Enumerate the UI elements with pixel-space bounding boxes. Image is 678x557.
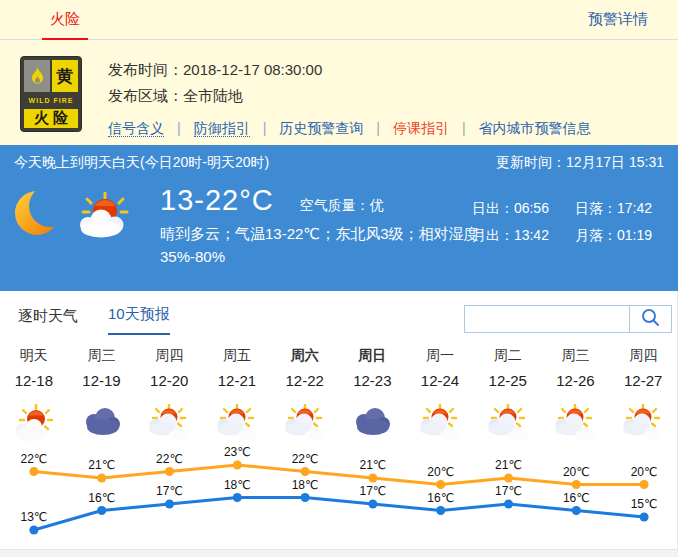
temp-point-label: 22℃ (292, 452, 319, 466)
weather-description: 晴到多云；气温13-22℃；东北风3级；相对湿度35%-80% (160, 222, 498, 269)
forecast-day-column[interactable]: 周五12-21 (203, 345, 271, 447)
temp-point (29, 467, 38, 476)
alert-tab-bar: 火险 预警详情 (0, 0, 678, 40)
sun-clouds-icon (552, 404, 598, 444)
search-icon (641, 308, 660, 330)
cloud-icon (79, 404, 125, 444)
sun-cloud-icon (0, 401, 68, 447)
sun-behind-cloud-icon (74, 192, 132, 242)
temp-point (165, 467, 174, 476)
temp-point-label: 22℃ (20, 452, 47, 466)
forecast-date: 12-21 (203, 371, 271, 391)
link-separator: | (263, 120, 267, 136)
temp-point (301, 493, 310, 502)
forecast-day-column[interactable]: 周二12-25 (474, 345, 542, 447)
forecast-day-column[interactable]: 周三12-19 (68, 345, 136, 447)
forecast-day-name: 周一 (406, 345, 474, 365)
partly-cloudy-icon (609, 401, 677, 447)
sun-clouds-icon (485, 404, 531, 444)
tab-10day-forecast[interactable]: 10天预报 (108, 305, 170, 335)
alert-link[interactable]: 停课指引 (393, 120, 449, 136)
forecast-day-name: 周四 (609, 345, 677, 365)
forecast-section: 逐时天气 10天预报 明天12-18周三12-19周四12-20周五12-21周… (0, 291, 678, 557)
temp-point-label: 20℃ (427, 465, 454, 479)
forecast-day-name: 周四 (135, 345, 203, 365)
temp-point (640, 480, 649, 489)
temp-point (572, 506, 581, 515)
tab-fire-risk[interactable]: 火险 (42, 0, 88, 40)
sun-moon-times: 日出：06:56 日落：17:42 月出：13:42 月落：01:19 (472, 200, 652, 245)
flame-icon (24, 60, 50, 92)
temp-point (233, 493, 242, 502)
alert-detail-link[interactable]: 预警详情 (588, 0, 648, 39)
link-separator: | (462, 120, 466, 136)
cloudy-icon (68, 401, 136, 447)
partly-cloudy-icon (542, 401, 610, 447)
forecast-day-column[interactable]: 周四12-27 (609, 345, 677, 447)
temp-point-label: 22℃ (156, 452, 183, 466)
forecast-day-name: 明天 (0, 345, 68, 365)
alert-link[interactable]: 省内城市预警信息 (479, 120, 591, 136)
forecast-date: 12-23 (338, 371, 406, 391)
alert-link[interactable]: 信号含义 (108, 120, 164, 137)
update-time: 更新时间：12月17日 15:31 (496, 154, 664, 172)
temp-point (504, 474, 513, 483)
moonset-time: 月落：01:19 (575, 227, 652, 245)
badge-level-char: 黄 (52, 60, 78, 92)
bottom-divider-band (0, 549, 678, 557)
temp-series-line (34, 465, 644, 485)
temp-point-label: 23℃ (224, 447, 251, 459)
tab-hourly-weather[interactable]: 逐时天气 (18, 307, 78, 335)
forecast-day-name: 周六 (271, 345, 339, 365)
publish-area-value: 全市陆地 (183, 87, 243, 104)
temp-point (572, 480, 581, 489)
forecast-day-name: 周三 (542, 345, 610, 365)
partly-cloudy-icon (203, 401, 271, 447)
badge-type-label: 火 险 (24, 109, 78, 128)
publish-time-line: 发布时间：2018-12-17 08:30:00 (108, 58, 591, 82)
temp-point-label: 17℃ (495, 484, 522, 498)
search-button[interactable] (629, 305, 672, 333)
forecast-date: 12-25 (474, 371, 542, 391)
temp-point-label: 20℃ (563, 465, 590, 479)
air-quality: 空气质量：优 (300, 197, 384, 215)
temperature-line-chart: 22℃21℃22℃23℃22℃21℃20℃21℃20℃20℃13℃16℃17℃1… (0, 447, 678, 547)
alert-link[interactable]: 防御指引 (194, 120, 250, 137)
link-separator: | (177, 120, 181, 136)
forecast-day-name: 周五 (203, 345, 271, 365)
cloud-icon (349, 404, 395, 444)
temp-point (29, 526, 38, 535)
forecast-day-column[interactable]: 周四12-20 (135, 345, 203, 447)
forecast-date: 12-24 (406, 371, 474, 391)
forecast-date: 12-22 (271, 371, 339, 391)
temp-point-label: 21℃ (359, 458, 386, 472)
sun-clouds-icon (282, 404, 328, 444)
temp-point (233, 461, 242, 470)
alert-link[interactable]: 历史预警查询 (279, 120, 363, 136)
temperature-range: 13-22°C (160, 184, 274, 217)
badge-banner-text: WILD FIRE (24, 94, 78, 107)
crescent-moon-icon (14, 184, 64, 246)
forecast-day-column[interactable]: 周日12-23 (338, 345, 406, 447)
sun-clouds-icon (620, 404, 666, 444)
temp-point (504, 500, 513, 509)
sunrise-time: 日出：06:56 (472, 200, 549, 218)
temp-point-label: 13℃ (20, 510, 47, 524)
temp-point (368, 500, 377, 509)
search-input[interactable] (464, 305, 629, 333)
temp-point-label: 17℃ (359, 484, 386, 498)
forecast-date: 12-20 (135, 371, 203, 391)
forecast-day-name: 周二 (474, 345, 542, 365)
link-separator: | (376, 120, 380, 136)
forecast-day-column[interactable]: 周六12-22 (271, 345, 339, 447)
forecast-day-column[interactable]: 周一12-24 (406, 345, 474, 447)
current-weather-panel: 今天晚上到明天白天(今日20时-明天20时) 更新时间：12月17日 15:31 (0, 145, 678, 291)
sun-cloud-icon (11, 404, 57, 444)
forecast-date: 12-27 (609, 371, 677, 391)
temp-point-label: 16℃ (427, 491, 454, 505)
temp-point-label: 21℃ (495, 458, 522, 472)
forecast-day-column[interactable]: 周三12-26 (542, 345, 610, 447)
forecast-day-name: 周日 (338, 345, 406, 365)
partly-cloudy-icon (271, 401, 339, 447)
forecast-day-column[interactable]: 明天12-18 (0, 345, 68, 447)
